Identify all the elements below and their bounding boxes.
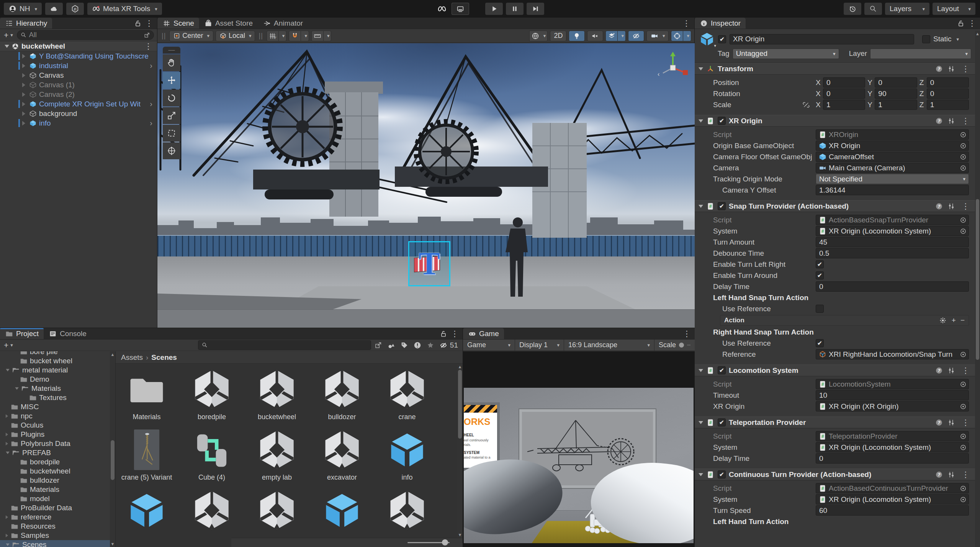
folder-misc[interactable]: MISC [0, 402, 110, 411]
asset-bucketwheel[interactable]: bucketwheel [257, 369, 297, 421]
object-picker-icon[interactable] [959, 380, 967, 389]
global-search-button[interactable] [864, 3, 882, 15]
tab-project[interactable]: Project [0, 328, 44, 339]
object-picker-icon[interactable] [959, 432, 967, 441]
expand-arrow-icon[interactable] [6, 433, 8, 436]
expand-arrow-icon[interactable] [22, 54, 25, 59]
asset-info[interactable]: info [387, 429, 427, 482]
component-enabled-checkbox[interactable] [718, 366, 726, 374]
tab-hierarchy[interactable]: Hierarchy [0, 18, 52, 29]
device-view-button[interactable] [452, 3, 469, 15]
object-field[interactable]: #XROrigin [816, 129, 969, 140]
text-input[interactable]: 0.5 [816, 248, 969, 258]
step-button[interactable] [527, 3, 544, 15]
text-input[interactable]: 45 [816, 237, 969, 247]
checkbox[interactable] [816, 305, 824, 313]
hierarchy-item-industrial[interactable]: industrial› [0, 61, 157, 70]
object-picker-icon[interactable] [959, 443, 967, 452]
orientation-dropdown[interactable]: Local▾ [216, 31, 255, 41]
component-header-teleportation-provider[interactable]: #Teleportation Provider?⋮ [695, 417, 975, 428]
dropdown-field[interactable]: Not Specified▾ [816, 174, 969, 184]
scene-lighting-button[interactable] [569, 31, 585, 41]
expand-arrow-icon[interactable] [22, 121, 25, 126]
axis-z-input[interactable]: 0 [927, 88, 969, 99]
folder-textures[interactable]: Textures [0, 393, 110, 402]
scene-menu-icon[interactable]: ⋮ [142, 42, 155, 51]
scroll-up-icon[interactable]: ▲ [457, 364, 463, 369]
text-input[interactable]: 0 [816, 281, 969, 292]
folder-npc[interactable]: npc [0, 411, 110, 421]
axis-y-input[interactable]: 0 [875, 77, 917, 88]
panel-menu-icon[interactable]: ⋮ [448, 329, 461, 338]
asset-clipped[interactable] [322, 490, 362, 531]
expand-arrow-icon[interactable] [22, 111, 25, 116]
folder-bucketwheel[interactable]: bucketwheel [0, 467, 110, 476]
hidden-items-icon[interactable] [439, 341, 448, 349]
object-picker-icon[interactable] [959, 131, 967, 139]
expand-arrow-icon[interactable] [6, 544, 10, 546]
object-picker-icon[interactable] [959, 227, 967, 235]
axis-x-input[interactable]: 1 [823, 100, 865, 110]
hierarchy-search-input[interactable]: All [17, 30, 154, 40]
foldout-arrow-icon[interactable] [699, 205, 703, 208]
static-checkbox[interactable] [922, 35, 930, 43]
scroll-down-icon[interactable]: ▼ [110, 542, 115, 546]
axis-y-input[interactable]: 90 [875, 88, 917, 99]
favorites-icon[interactable] [426, 341, 435, 349]
overlay-handle[interactable]: ── [163, 47, 180, 54]
shading-mode-button[interactable]: ▾ [529, 31, 548, 41]
grid-scrollbar[interactable]: ▲ ▼ [457, 364, 463, 538]
layers-dropdown[interactable]: Layers ▾ [885, 3, 929, 15]
snap-increment-dropdown[interactable]: ▾ [301, 31, 309, 41]
asset-bulldozer[interactable]: bulldozer [322, 369, 362, 421]
game-viewport[interactable]: ORKS HEEL eel continuously rials. SYSTEM… [463, 351, 695, 547]
asset-clipped[interactable] [257, 490, 297, 531]
lock-icon[interactable] [439, 330, 448, 338]
object-picker-icon[interactable] [959, 495, 967, 504]
remove-action-icon[interactable]: − [960, 316, 965, 325]
unit-snap-button[interactable] [311, 31, 324, 41]
object-field[interactable]: #LocomotionSystem [816, 379, 969, 389]
asset-materials[interactable]: Materials [126, 369, 167, 421]
pause-button[interactable] [506, 3, 524, 15]
folder-boredpile[interactable]: boredpile [0, 457, 110, 467]
object-field[interactable]: #XR Origin (XR Origin) [816, 401, 969, 411]
tab-inspector[interactable]: Inspector [695, 18, 746, 29]
expand-arrow-icon[interactable] [22, 102, 25, 106]
rotate-tool-button[interactable] [163, 90, 180, 106]
folder-bucket-wheel[interactable]: bucket wheel [0, 356, 110, 366]
cloud-button[interactable] [45, 3, 63, 15]
asset-clipped[interactable] [387, 490, 427, 531]
tree-scrollbar[interactable]: ▲ ▼ [110, 351, 115, 547]
thumbnail-size-slider[interactable] [407, 542, 450, 543]
hierarchy-item-info[interactable]: info› [0, 118, 157, 128]
component-header-snap-turn-provider-action-based[interactable]: #Snap Turn Provider (Action-based)?⋮ [695, 201, 975, 212]
search-by-label-icon[interactable] [400, 341, 409, 349]
hierarchy-scene-root[interactable]: bucketwheel ⋮ [0, 41, 157, 51]
foldout-arrow-icon[interactable] [699, 473, 703, 476]
unity-hub-button[interactable]: D [66, 3, 84, 15]
search-by-type-icon[interactable] [387, 341, 396, 349]
tag-dropdown[interactable]: Untagged▾ [733, 49, 839, 59]
tab-console[interactable]: Console [44, 328, 92, 339]
selected-text-object[interactable]: T [408, 241, 450, 286]
hierarchy-item-canvas-2[interactable]: Canvas (2) [0, 90, 157, 99]
scene-effects-dropdown[interactable]: ▾ [618, 31, 626, 41]
gear-icon[interactable] [939, 316, 947, 325]
layout-dropdown[interactable]: Layout ▾ [933, 3, 975, 15]
tab-scene[interactable]: Scene [157, 18, 199, 29]
hierarchy-item-background[interactable]: background [0, 109, 157, 118]
component-menu-icon[interactable]: ⋮ [959, 64, 972, 73]
object-field[interactable]: XR Origin [816, 140, 969, 151]
foldout-arrow-icon[interactable] [699, 421, 703, 424]
folder-bore-pile[interactable]: bore pile [0, 351, 110, 356]
scene-viewport[interactable]: T ── ‹ [157, 43, 695, 328]
object-field[interactable]: #ActionBasedSnapTurnProvider [816, 215, 969, 225]
folder-materials[interactable]: Materials [0, 485, 110, 494]
expand-arrow-icon[interactable] [6, 369, 10, 371]
prefab-open-chevron[interactable]: › [150, 61, 157, 70]
object-picker-icon[interactable] [959, 350, 967, 359]
expand-arrow-icon[interactable] [5, 45, 9, 48]
scene-visibility-button[interactable] [628, 31, 644, 41]
folder-probuilder-data[interactable]: ProBuilder Data [0, 503, 110, 513]
